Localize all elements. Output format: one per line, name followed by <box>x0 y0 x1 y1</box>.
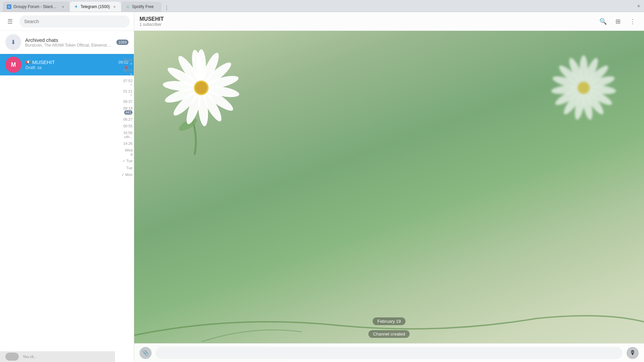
app-container: ☰ ⬇ Archived chats Burstcoin, The ARAW T… <box>0 12 644 362</box>
chat-header: MUSEHIT 1 subscriber 🔍 ⊞ ⋮ <box>134 12 644 31</box>
more-icon: ⋮ <box>630 18 636 25</box>
timeline-item-0: 20:05 ✈ <box>115 57 132 67</box>
tab-title-telegram: Telegram (1500) <box>80 4 110 9</box>
sidebar: ☰ ⬇ Archived chats Burstcoin, The ARAW T… <box>0 12 134 362</box>
search-container[interactable] <box>19 15 130 27</box>
columns-icon: ⊞ <box>615 18 621 25</box>
timeline-item-1: 06:26 ✈ <box>115 67 132 77</box>
attach-button[interactable]: 📎 <box>140 347 152 359</box>
timeline-item-2: 07:52 ✈ <box>115 77 132 88</box>
daisy-left-svg <box>141 31 275 188</box>
tab-menu-button[interactable]: ⋮ <box>163 4 171 12</box>
date-badge: February 19 <box>373 317 406 325</box>
chat-header-info: MUSEHIT 1 subscriber <box>140 16 593 27</box>
chat-item-musehit[interactable]: M 📢 MUSEHIT 09:02 Draft: ss 📌 <box>0 54 134 75</box>
sidebar-header: ☰ <box>0 12 134 31</box>
message-input[interactable] <box>160 350 618 356</box>
timeline-item-12: Tue <box>115 165 132 171</box>
header-actions: 🔍 ⊞ ⋮ <box>597 15 639 27</box>
main-chat: MUSEHIT 1 subscriber 🔍 ⊞ ⋮ <box>134 12 644 362</box>
archived-badge: 1059 <box>116 40 128 45</box>
timeline-item-7: 00:55 <box>115 123 132 129</box>
svg-point-33 <box>578 82 590 94</box>
tab-title-spotify: Spotify Free <box>132 4 157 9</box>
timeline-item-11: ✓ Tue <box>115 158 132 165</box>
chat-content-musehit: 📢 MUSEHIT 09:02 Draft: ss 📌 <box>25 59 128 70</box>
tab-title-groupy: Groupy Forum - Stardoc... <box>13 4 58 9</box>
tab-favicon-groupy: G <box>7 4 11 9</box>
chat-background: February 19 Channel created <box>134 31 644 362</box>
chat-preview-musehit: Draft: ss 📌 <box>25 65 128 70</box>
chat-list: M 📢 MUSEHIT 09:02 Draft: ss 📌 <box>0 54 134 362</box>
menu-icon-button[interactable]: ☰ <box>4 15 16 27</box>
emoji-icon: 🎙 <box>630 349 636 356</box>
chat-avatar-musehit: M <box>5 57 21 73</box>
archived-chats-item[interactable]: ⬇ Archived chats Burstcoin, The ARAW Tok… <box>0 31 134 54</box>
timeline-item-9: 14:26 <box>115 140 132 147</box>
broadcast-icon: 📢 <box>25 60 31 65</box>
partial-text: You cli... <box>23 355 37 359</box>
search-icon: 🔍 <box>599 18 607 25</box>
emoji-button[interactable]: 🎙 <box>627 347 639 359</box>
chat-name-musehit: 📢 MUSEHIT <box>25 59 55 65</box>
tab-spotify[interactable]: ♫ Spotify Free <box>121 2 161 12</box>
chat-input-bar: 📎 🎙 <box>134 343 644 362</box>
partial-avatar <box>5 353 19 361</box>
tab-telegram[interactable]: ✈ Telegram (1500) × <box>70 2 121 12</box>
more-header-button[interactable]: ⋮ <box>627 15 639 27</box>
tab-close-telegram[interactable]: × <box>112 4 117 9</box>
partial-bottom-item[interactable]: You cli... <box>0 351 115 362</box>
timeline-item-6: 06:27 <box>115 116 132 123</box>
timeline-item-13: ✓ Mon <box>115 171 132 178</box>
timeline-item-4: 08:37 <box>115 98 132 105</box>
tab-favicon-telegram: ✈ <box>74 4 78 9</box>
chat-header-sub: 1 subscriber <box>140 22 593 27</box>
columns-header-button[interactable]: ⊞ <box>612 15 624 27</box>
channel-created-badge: Channel created <box>368 330 410 338</box>
tab-groupy[interactable]: G Groupy Forum - Stardoc... × <box>3 2 70 12</box>
tab-close-groupy[interactable]: × <box>60 4 66 9</box>
archived-content: Archived chats Burstcoin, The ARAW Token… <box>25 37 112 48</box>
search-input[interactable] <box>24 19 125 24</box>
timeline-sidebar: 20:05 ✈ 06:26 ✈ 07:52 ✈ 01:21 ✈ 08:37 <box>115 54 134 362</box>
timeline-item-5: 08:18 441 <box>115 105 132 116</box>
timeline-item-8: 16:56 uth... <box>115 129 132 140</box>
timeline-item-10: Wed a <box>115 147 132 158</box>
browser-close-button[interactable]: × <box>636 3 641 9</box>
svg-point-17 <box>195 82 207 94</box>
browser-chrome: G Groupy Forum - Stardoc... × ✈ Telegram… <box>0 0 644 12</box>
message-input-container[interactable] <box>156 347 623 359</box>
attach-icon: 📎 <box>142 350 149 356</box>
archive-icon: ⬇ <box>5 34 21 50</box>
tab-favicon-spotify: ♫ <box>125 4 130 9</box>
search-header-button[interactable]: 🔍 <box>597 15 609 27</box>
archived-title: Archived chats <box>25 37 112 43</box>
chat-header-name: MUSEHIT <box>140 16 593 22</box>
timeline-item-3: 01:21 ✈ <box>115 88 132 98</box>
tabs-container: G Groupy Forum - Stardoc... × ✈ Telegram… <box>3 0 636 12</box>
archived-subtitle: Burstcoin, The ARAW Token Official, Elev… <box>25 43 112 48</box>
hamburger-icon: ☰ <box>7 18 13 25</box>
daisy-right-svg <box>517 34 617 162</box>
